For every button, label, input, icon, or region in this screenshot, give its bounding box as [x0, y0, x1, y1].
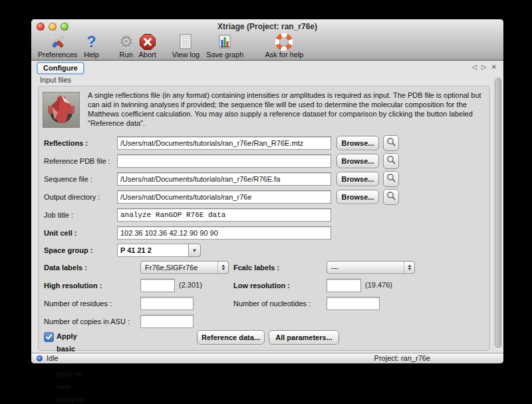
output-directory-label: Output directory : [44, 190, 100, 204]
high-resolution-hint: (2.301) [179, 279, 202, 291]
content-area: Input files [31, 75, 503, 353]
high-resolution-label: High resolution : [44, 279, 102, 292]
status-bar: Idle Project: ran_r76e [31, 353, 503, 363]
job-title-label: Job title : [44, 208, 73, 222]
toolbar-button-abort[interactable]: Abort [138, 33, 156, 59]
tab-nav: ◁ ▷ ✕ [471, 63, 497, 72]
job-title-input[interactable] [117, 208, 331, 222]
bar-chart-icon [217, 33, 233, 51]
sequence-file-input[interactable] [117, 172, 331, 186]
window-title: Xtriage (Project: ran_r76e) [31, 19, 503, 34]
num-residues-input[interactable] [140, 297, 194, 310]
num-nucleotides-label: Number of nucleotides : [233, 297, 311, 310]
low-resolution-input[interactable] [327, 279, 361, 292]
sequence-file-inspect-button[interactable] [383, 171, 399, 187]
reference-pdb-label: Reference PDB file : [44, 154, 110, 168]
toolbar-button-preferences[interactable]: Preferences [38, 33, 77, 59]
data-labels-value: Fr76e,SIGFr76e [141, 264, 217, 272]
space-group-dropdown-button[interactable]: ▼ [188, 244, 201, 257]
num-copies-asu-label: Number of copies in ASU : [44, 315, 130, 328]
magnifier-icon [386, 172, 396, 186]
num-residues-label: Number of residues : [44, 297, 112, 310]
apply-filters-label: Apply basic filters prior to twin analys… [57, 330, 85, 404]
output-directory-browse-button[interactable]: Browse... [336, 190, 379, 204]
data-labels-popup[interactable]: Fr76e,SIGFr76e ▲▼ [140, 261, 229, 274]
tab-configure[interactable]: Configure [37, 62, 84, 75]
stop-x-icon [139, 33, 156, 51]
toolbar-label: Abort [138, 51, 156, 59]
fcalc-labels-value: --- [327, 264, 404, 272]
reflections-label: Reflections : [44, 136, 88, 150]
num-copies-asu-input[interactable] [140, 315, 194, 328]
desktop-background: Xtriage (Project: ran_r76e) [0, 0, 532, 404]
toolbar-button-run[interactable]: ⚙ Run [119, 33, 134, 59]
unit-cell-input[interactable] [117, 226, 331, 240]
apply-filters-checkbox[interactable] [44, 332, 54, 342]
num-nucleotides-input[interactable] [327, 297, 380, 310]
close-tab-icon[interactable]: ✕ [491, 63, 497, 72]
reference-pdb-input[interactable] [117, 154, 331, 168]
stepper-arrows-icon: ▲▼ [404, 262, 414, 274]
output-directory-input[interactable] [117, 190, 331, 204]
magnifier-icon [386, 136, 396, 150]
magnifier-icon [386, 154, 396, 168]
low-resolution-label: Low resolution : [233, 279, 290, 292]
stepper-arrows-icon: ▲▼ [217, 262, 228, 274]
toolbar-button-ask-for-help[interactable]: Ask for help [265, 33, 303, 59]
toolbar-button-help[interactable]: ? Help [84, 33, 99, 59]
toolbar-label: Run [120, 51, 133, 59]
toolbar-button-view-log[interactable]: View log [172, 33, 200, 59]
unit-cell-label: Unit cell : [44, 226, 77, 240]
xtriage-crystal-icon [43, 92, 80, 128]
low-resolution-hint: (19.476) [365, 279, 392, 291]
next-tab-icon[interactable]: ▷ [481, 63, 487, 72]
tab-bar: Configure ◁ ▷ ✕ [31, 61, 503, 75]
chevron-down-icon: ▼ [192, 248, 198, 254]
gear-icon: ⚙ [119, 33, 134, 51]
toolbar-label: Save graph [206, 51, 243, 59]
life-ring-icon [275, 33, 293, 51]
sequence-file-label: Sequence file : [44, 172, 92, 186]
toolbar-button-save-graph[interactable]: Save graph [206, 33, 243, 59]
section-title: Input files [40, 76, 71, 84]
output-directory-inspect-button[interactable] [383, 189, 399, 205]
toolbar-label: Ask for help [265, 51, 303, 59]
reference-pdb-browse-button[interactable]: Browse... [336, 154, 379, 168]
magnifier-icon [386, 190, 396, 204]
reference-pdb-inspect-button[interactable] [383, 153, 399, 169]
toolbar-label: View log [172, 51, 200, 59]
fcalc-labels-label: Fcalc labels : [233, 261, 279, 274]
all-parameters-button[interactable]: All parameters... [269, 330, 339, 345]
reflections-input[interactable] [117, 136, 331, 150]
window-header: Xtriage (Project: ran_r76e) [31, 19, 503, 61]
vertical-scrollbar[interactable] [493, 77, 501, 351]
status-idle-icon [37, 355, 43, 361]
status-text: Idle [47, 353, 59, 363]
scrollbar-thumb[interactable] [495, 78, 501, 348]
data-labels-label: Data labels : [44, 261, 87, 274]
space-group-combo-input[interactable] [117, 244, 188, 257]
reflections-inspect-button[interactable] [383, 135, 399, 151]
project-label: Project: ran_r76e [374, 353, 430, 363]
xtriage-window: Xtriage (Project: ran_r76e) [31, 19, 503, 363]
space-group-label: Space group : [44, 244, 92, 257]
checkmark-icon [45, 331, 53, 343]
reflections-browse-button[interactable]: Browse... [336, 136, 379, 150]
titlebar[interactable]: Xtriage (Project: ran_r76e) [31, 19, 503, 34]
fcalc-labels-popup[interactable]: --- ▲▼ [327, 261, 415, 274]
prev-tab-icon[interactable]: ◁ [471, 63, 477, 72]
input-files-description: A single reflections file (in any format… [88, 91, 487, 128]
sequence-file-browse-button[interactable]: Browse... [336, 172, 379, 186]
toolbar: Preferences ? Help ⚙ Run [31, 34, 503, 60]
reference-data-button[interactable]: Reference data... [197, 330, 265, 345]
toolbar-label: Preferences [38, 51, 77, 59]
question-mark-icon: ? [87, 33, 96, 51]
tools-icon [49, 33, 66, 51]
log-document-icon [178, 33, 193, 51]
toolbar-label: Help [84, 51, 99, 59]
high-resolution-input[interactable] [140, 279, 175, 292]
input-files-groupbox: A single reflections file (in any format… [38, 86, 490, 351]
